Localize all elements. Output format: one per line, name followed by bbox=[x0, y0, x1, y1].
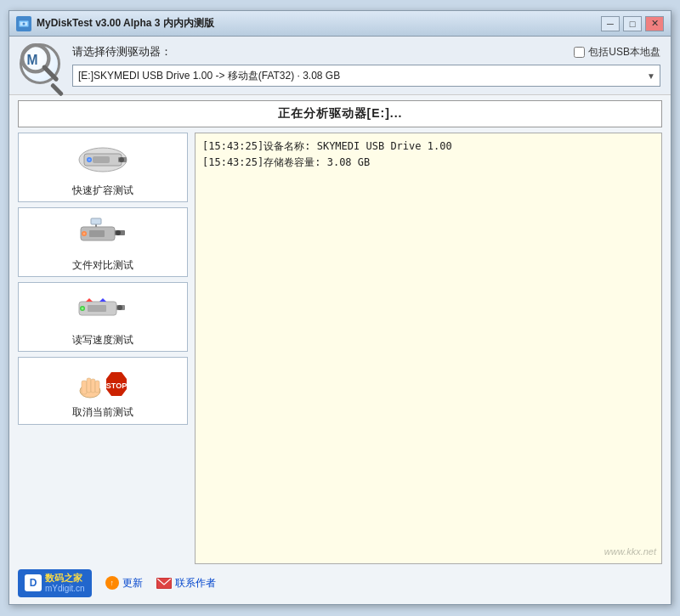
main-content: 快速扩容测试 文件对比测试 bbox=[18, 133, 662, 564]
svg-text:STOP: STOP bbox=[106, 381, 127, 390]
status-bar: 正在分析驱动器[E:]... bbox=[18, 100, 662, 127]
log-area: [15:43:25]设备名称: SKYMEDI USB Drive 1.00 [… bbox=[195, 133, 662, 564]
drive-select-wrap: [E:]SKYMEDI USB Drive 1.00 -> 移动盘(FAT32)… bbox=[72, 65, 660, 87]
svg-point-12 bbox=[88, 159, 91, 161]
brand-badge[interactable]: D 数码之家 mYdigit.cn bbox=[18, 569, 92, 597]
svg-rect-20 bbox=[91, 218, 101, 224]
speed-test-button[interactable]: 读写速度测试 bbox=[18, 282, 188, 352]
stop-icon-area: STOP bbox=[69, 363, 137, 405]
window-controls: ─ □ ✕ bbox=[601, 16, 664, 31]
maximize-button[interactable]: □ bbox=[623, 16, 642, 31]
update-label: 更新 bbox=[122, 576, 143, 591]
titlebar: MyDiskTest v3.00 Alpha 3 内内内测版 ─ □ ✕ bbox=[9, 11, 671, 37]
brand-icon: D bbox=[25, 574, 42, 591]
svg-point-26 bbox=[82, 308, 84, 310]
bottom-links: D 数码之家 mYdigit.cn ↑ 更新 联系作者 bbox=[18, 569, 662, 597]
quick-test-label: 快速扩容测试 bbox=[72, 184, 133, 198]
file-compare-button[interactable]: 文件对比测试 bbox=[18, 207, 188, 277]
app-icon bbox=[16, 16, 31, 31]
sidebar: 快速扩容测试 文件对比测试 bbox=[18, 133, 188, 564]
svg-point-2 bbox=[23, 22, 26, 25]
watermark: www.kkx.net bbox=[604, 545, 656, 560]
cancel-test-button[interactable]: STOP 取消当前测试 bbox=[18, 357, 188, 425]
checkbox-label: 包括USB本地盘 bbox=[588, 45, 660, 59]
svg-point-16 bbox=[116, 230, 121, 235]
brand-name: 数码之家 bbox=[45, 573, 85, 584]
usb-local-checkbox[interactable] bbox=[574, 47, 585, 58]
log-content[interactable]: [15:43:25]设备名称: SKYMEDI USB Drive 1.00 [… bbox=[195, 133, 662, 564]
update-icon: ↑ bbox=[105, 576, 119, 590]
svg-text:M: M bbox=[26, 53, 37, 67]
svg-rect-14 bbox=[89, 230, 105, 237]
svg-point-24 bbox=[117, 305, 122, 310]
svg-rect-28 bbox=[82, 381, 87, 394]
drive-label: 请选择待测驱动器： bbox=[72, 44, 172, 59]
svg-rect-22 bbox=[88, 305, 106, 312]
svg-point-10 bbox=[119, 157, 124, 162]
header-controls: 请选择待测驱动器： 包括USB本地盘 [E:]SKYMEDI USB Drive… bbox=[72, 44, 660, 87]
svg-rect-8 bbox=[93, 156, 110, 163]
svg-rect-29 bbox=[87, 378, 91, 393]
status-text: 正在分析驱动器[E:]... bbox=[278, 106, 403, 120]
file-compare-label: 文件对比测试 bbox=[72, 258, 133, 273]
file-compare-icon bbox=[69, 213, 137, 256]
header-area: M 请选择待测驱动器： 包括USB本地盘 [E:]SKYMEDI USB Dri… bbox=[9, 37, 671, 95]
speed-test-label: 读写速度测试 bbox=[72, 333, 133, 348]
contact-label: 联系作者 bbox=[175, 576, 216, 591]
log-entry-2: [15:43:25]存储卷容量: 3.08 GB bbox=[202, 155, 654, 171]
checkbox-area[interactable]: 包括USB本地盘 bbox=[574, 45, 660, 59]
brand-text: 数码之家 mYdigit.cn bbox=[45, 573, 85, 594]
contact-link[interactable]: 联系作者 bbox=[156, 576, 216, 591]
svg-line-4 bbox=[44, 67, 56, 79]
svg-rect-31 bbox=[95, 381, 99, 393]
mail-icon bbox=[156, 578, 172, 589]
close-button[interactable]: ✕ bbox=[645, 16, 664, 31]
log-entry-1: [15:43:25]设备名称: SKYMEDI USB Drive 1.00 bbox=[202, 138, 654, 155]
app-logo: M bbox=[20, 43, 64, 88]
quick-test-icon bbox=[69, 138, 137, 181]
update-link[interactable]: ↑ 更新 bbox=[105, 576, 143, 591]
svg-point-18 bbox=[83, 233, 86, 235]
minimize-button[interactable]: ─ bbox=[601, 16, 620, 31]
brand-sub: mYdigit.cn bbox=[45, 584, 85, 594]
main-window: MyDiskTest v3.00 Alpha 3 内内内测版 ─ □ ✕ M bbox=[8, 10, 672, 605]
drive-select[interactable]: [E:]SKYMEDI USB Drive 1.00 -> 移动盘(FAT32)… bbox=[72, 65, 660, 87]
window-title: MyDiskTest v3.00 Alpha 3 内内内测版 bbox=[37, 16, 601, 31]
speed-test-icon bbox=[69, 288, 137, 331]
cancel-test-label: 取消当前测试 bbox=[72, 405, 133, 420]
svg-rect-30 bbox=[91, 379, 95, 393]
quick-test-button[interactable]: 快速扩容测试 bbox=[18, 133, 188, 202]
label-row: 请选择待测驱动器： 包括USB本地盘 bbox=[72, 44, 660, 59]
